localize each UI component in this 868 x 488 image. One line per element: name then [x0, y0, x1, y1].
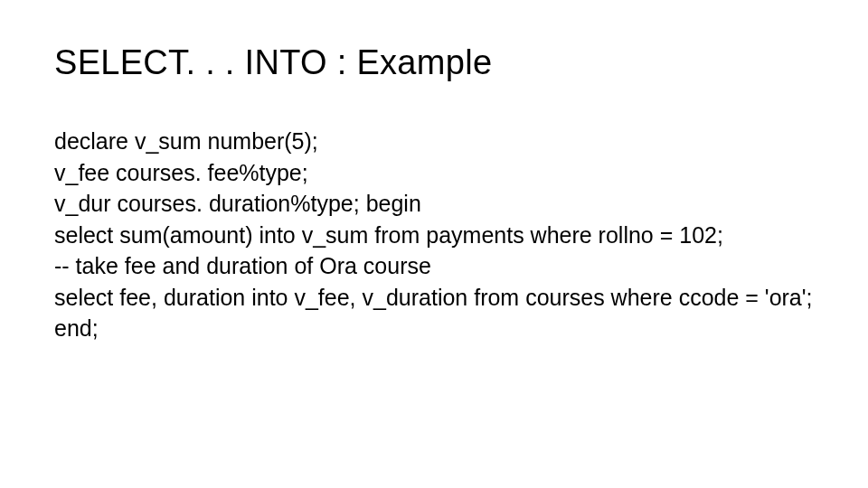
code-line-7: end;: [54, 313, 814, 344]
code-line-1: declare v_sum number(5);: [54, 126, 814, 157]
code-line-6: select fee, duration into v_fee, v_durat…: [54, 282, 814, 314]
code-line-4: select sum(amount) into v_sum from payme…: [54, 220, 814, 251]
slide-title: SELECT. . . INTO : Example: [54, 43, 814, 82]
code-line-2: v_fee courses. fee%type;: [54, 157, 814, 189]
code-line-3: v_dur courses. duration%type; begin: [54, 188, 814, 220]
code-line-5: -- take fee and duration of Ora course: [54, 250, 814, 282]
code-example: declare v_sum number(5); v_fee courses. …: [54, 126, 814, 344]
